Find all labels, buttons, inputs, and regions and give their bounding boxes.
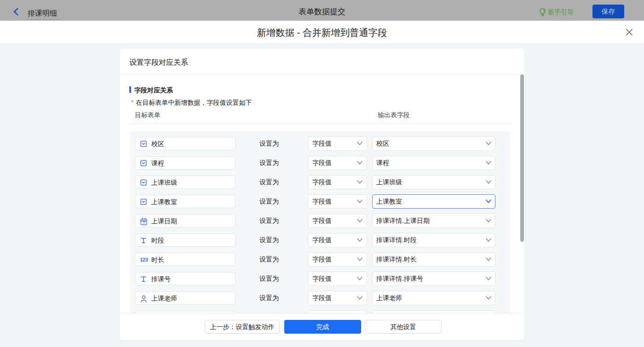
svg-text:7: 7 <box>143 221 145 225</box>
